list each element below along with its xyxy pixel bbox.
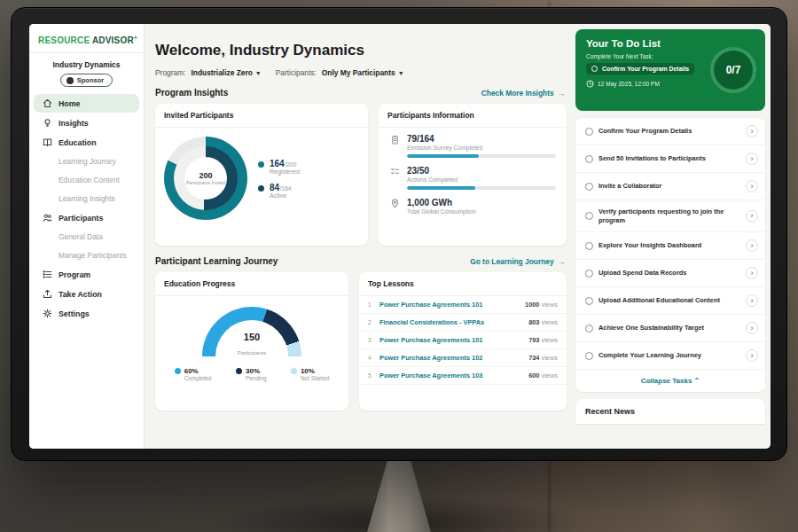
lesson-row: 5Power Purchase Agreements 103600 views [359,367,567,385]
lesson-row: 4Power Purchase Agreements 102734 views [359,349,567,367]
check-more-insights-link[interactable]: Check More Insights → [481,89,565,98]
task-checkbox[interactable] [585,212,593,220]
todo-task-upload-additional-educational-content[interactable]: Upload Additional Educational Content› [575,287,765,315]
chevron-right-icon[interactable]: › [746,239,758,252]
learning-cards-row: Education Progress 150 Participants [155,272,567,411]
participants-filter-label: Participants: [276,68,317,77]
task-checkbox[interactable] [585,183,593,191]
participants-select-value: Only My Participants [322,68,395,77]
lesson-rank: 1 [368,301,373,308]
logo-text-resource: RESOURCE [38,35,90,45]
program-select[interactable]: Industrialize Zero ▼ [191,68,261,77]
org-name: Industry Dynamics [29,60,144,69]
sidebar-item-home[interactable]: Home [34,94,139,113]
lesson-views: 1000 views [525,301,558,309]
task-checkbox[interactable] [585,155,593,163]
todo-task-invite-a-collaborator[interactable]: Invite a Collaborator› [575,173,765,200]
lesson-title-link[interactable]: Financial Considerations - VPPAs [379,318,522,326]
sponsor-badge[interactable]: Sponsor [60,74,113,87]
sidebar-item-label: Learning Journey [59,157,116,166]
sidebar-item-label: General Data [59,232,103,241]
todo-column: Your To Do List Complete Your Next Task:… [575,29,765,449]
todo-task-complete-your-learning-journey[interactable]: Complete Your Learning Journey› [575,342,765,370]
sidebar-item-settings[interactable]: Settings [34,304,139,323]
sidebar-item-label: Take Action [59,290,102,299]
sidebar-item-general-data[interactable]: General Data [34,228,139,246]
sidebar-item-manage-participants[interactable]: Manage Participants [34,246,139,264]
chevron-right-icon[interactable]: › [746,294,758,307]
lesson-title-link[interactable]: Power Purchase Agreements 102 [379,354,522,362]
chevron-right-icon[interactable]: › [746,153,758,165]
main-column: Welcome, Industry Dynamics Program: Indu… [155,29,567,449]
sidebar-item-learning-insights[interactable]: Learning Insights [34,190,139,207]
clock-icon [586,80,594,88]
task-checkbox[interactable] [585,128,593,136]
legend-dot [291,368,297,374]
progress-bar [407,186,556,190]
task-label: Invite a Collaborator [598,182,740,191]
sidebar-item-insights[interactable]: Insights [34,113,139,132]
card-title: Participants Information [379,104,567,128]
screen: RESOURCE ADVISOR+ Industry Dynamics Spon… [29,24,771,449]
todo-task-verify-participants-requesting-to-join-the-program[interactable]: Verify participants requesting to join t… [575,200,765,232]
todo-task-explore-your-insights-dashboard[interactable]: Explore Your Insights Dashboard› [575,232,765,260]
next-task-chip[interactable]: Confirm Your Program Details [586,63,694,74]
gauge-legend: 60% Completed 30% Pending 10% [155,358,348,381]
chevron-right-icon[interactable]: › [746,267,758,279]
task-checkbox[interactable] [585,352,593,360]
education-progress-gauge: 150 Participants [202,307,301,356]
insights-cards-row: Invited Participants 200 Participants In… [155,104,567,246]
todo-task-confirm-your-program-details[interactable]: Confirm Your Program Details› [575,118,765,145]
chevron-down-icon: ▼ [255,70,262,76]
todo-task-upload-spend-data-records[interactable]: Upload Spend Data Records› [575,260,765,287]
task-label: Achieve One Sustainability Target [598,324,740,332]
task-label: Verify participants requesting to join t… [598,207,740,224]
task-checkbox[interactable] [585,270,593,278]
sidebar-item-learning-journey[interactable]: Learning Journey [34,153,139,170]
sidebar-nav: HomeInsightsEducationLearning JourneyEdu… [29,94,144,323]
sidebar-item-education[interactable]: Education [34,133,139,152]
lesson-title-link[interactable]: Power Purchase Agreements 103 [379,372,522,379]
sidebar-item-education-content[interactable]: Education Content [34,171,139,189]
chevron-right-icon[interactable]: › [746,180,758,192]
go-to-learning-journey-link[interactable]: Go to Learning Journey → [470,257,565,266]
task-circle-icon [591,66,598,72]
lesson-title-link[interactable]: Power Purchase Agreements 101 [379,301,519,309]
collapse-tasks-link[interactable]: Collapse Tasks ⌃ [575,370,765,392]
task-label: Explore Your Insights Dashboard [598,241,740,250]
app-logo: RESOURCE ADVISOR+ [29,24,144,53]
legend-dot [236,368,242,374]
sidebar-item-take-action[interactable]: Take Action [34,285,139,303]
todo-hero-card: Your To Do List Complete Your Next Task:… [575,29,765,111]
todo-task-send-50-invitations-to-participants[interactable]: Send 50 Invitations to Participants› [575,145,765,173]
program-select-value: Industrialize Zero [191,68,252,77]
chevron-right-icon[interactable]: › [746,125,758,137]
stat-global-consumption: 1,000 GWh Total Global Consumption [379,192,567,220]
program-filter-label: Program: [155,68,185,77]
sidebar-item-program[interactable]: Program [34,265,139,284]
chevron-right-icon[interactable]: › [746,349,758,362]
section-title: Program Insights [155,88,228,98]
todo-task-achieve-one-sustainability-target[interactable]: Achieve One Sustainability Target› [575,315,765,342]
arrow-right-icon: → [558,89,565,98]
task-label: Complete Your Learning Journey [598,351,740,360]
task-checkbox[interactable] [585,297,593,305]
recent-news-header: Recent News [575,399,765,424]
sidebar-item-label: Settings [59,309,90,318]
sidebar-item-label: Education [59,138,97,147]
legend-completed: 60% Completed [175,367,212,381]
card-title: Invited Participants [155,104,368,128]
task-checkbox[interactable] [585,242,593,250]
sidebar-item-label: Participants [59,214,103,223]
chevron-right-icon[interactable]: › [746,210,758,223]
sidebar-item-participants[interactable]: Participants [34,208,139,227]
lesson-rank: 3 [368,337,373,343]
logo-plus: + [134,35,137,41]
participants-select[interactable]: Only My Participants ▼ [322,68,404,77]
sidebar-item-label: Education Content [59,176,120,184]
task-checkbox[interactable] [585,325,593,332]
location-pin-icon [389,198,400,218]
lesson-title-link[interactable]: Power Purchase Agreements 101 [379,336,522,344]
chevron-right-icon[interactable]: › [746,322,758,334]
learning-journey-header: Participant Learning Journey Go to Learn… [155,256,565,266]
